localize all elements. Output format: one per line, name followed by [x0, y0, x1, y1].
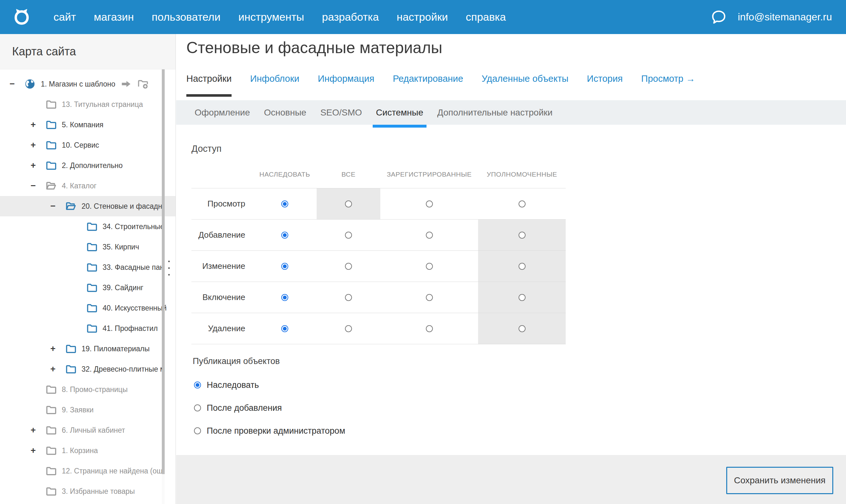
account-email[interactable]: info@sitemanager.ru [738, 11, 832, 23]
radio-selected[interactable] [281, 294, 288, 301]
collapse-icon[interactable]: − [31, 181, 45, 190]
tree-item[interactable]: 39. Сайдинг [0, 277, 175, 298]
tree-item[interactable]: − 4. Каталог [0, 176, 175, 196]
radio-cell-shaded [478, 251, 566, 282]
footer-bar: Сохранить изменения [176, 455, 846, 504]
expand-icon[interactable]: + [50, 365, 65, 374]
subtab-appearance[interactable]: Оформление [195, 100, 250, 125]
add-folder-icon[interactable] [137, 78, 149, 90]
radio-selected[interactable] [281, 232, 288, 239]
expand-icon[interactable]: + [31, 446, 45, 455]
radio-selected[interactable] [281, 263, 288, 270]
tree-item[interactable]: 33. Фасадные пан [0, 257, 175, 277]
radio[interactable] [345, 232, 352, 239]
expand-icon[interactable]: + [31, 426, 45, 435]
tree-item[interactable]: 13. Титульная страница [0, 94, 175, 114]
radio-selected[interactable] [281, 325, 288, 332]
tree-item[interactable]: 40. Искусственный [0, 298, 175, 318]
top-navigation-bar: сайт магазин пользователи инструменты ра… [0, 0, 846, 34]
tree-item[interactable]: 9. Заявки [0, 400, 175, 420]
folder-icon [86, 323, 98, 334]
tree-item-label: 8. Промо-страницы [62, 385, 128, 394]
menu-item-site[interactable]: сайт [53, 11, 76, 23]
radio-cell [253, 219, 317, 250]
tab-editing[interactable]: Редактирование [393, 72, 463, 86]
tree-item[interactable]: 34. Строительные [0, 216, 175, 237]
radio[interactable] [194, 427, 201, 434]
tree-item[interactable]: 35. Кирпич [0, 237, 175, 257]
save-changes-button[interactable]: Сохранить изменения [726, 467, 833, 494]
collapse-icon[interactable]: − [50, 202, 65, 211]
table-row-enable: Включение [191, 282, 566, 313]
radio[interactable] [345, 325, 352, 332]
tree-item[interactable]: 3. Избранные товары [0, 481, 175, 502]
tree-item[interactable]: 41. Профнастил [0, 318, 175, 339]
subtab-system[interactable]: Системные [376, 100, 423, 125]
expand-icon[interactable]: + [50, 344, 65, 353]
menu-item-tools[interactable]: инструменты [238, 11, 304, 23]
radio[interactable] [519, 325, 525, 332]
tree-item[interactable]: + 19. Пиломатериалы [0, 339, 175, 359]
radio[interactable] [519, 232, 525, 239]
radio[interactable] [519, 263, 525, 270]
option-after-admin-check[interactable]: После проверки администратором [194, 419, 345, 442]
radio-cell [253, 313, 317, 344]
radio[interactable] [426, 200, 433, 208]
tree-item-root[interactable]: − 1. Магазин с шаблоно [0, 74, 175, 94]
radio[interactable] [426, 325, 433, 332]
tab-deleted-objects[interactable]: Удаленные объекты [482, 72, 568, 86]
radio[interactable] [519, 200, 525, 208]
go-to-arrow-icon[interactable] [120, 78, 132, 90]
collapse-icon[interactable]: − [10, 79, 24, 88]
radio[interactable] [426, 263, 433, 270]
tree-item[interactable]: 8. Промо-страницы [0, 379, 175, 400]
radio[interactable] [345, 200, 352, 208]
menu-item-help[interactable]: справка [466, 11, 506, 23]
radio[interactable] [345, 294, 352, 301]
radio[interactable] [194, 404, 201, 411]
subtab-additional[interactable]: Дополнительные настройки [437, 100, 553, 125]
subtab-seo-smo[interactable]: SEO/SMO [321, 100, 362, 125]
option-inherit[interactable]: Наследовать [194, 374, 345, 396]
tree-item[interactable]: + 5. Компания [0, 114, 175, 135]
expand-icon[interactable]: + [31, 161, 45, 170]
tree-item[interactable]: 12. Страница не найдена (ош [0, 461, 175, 481]
tree-item[interactable]: + 32. Древесно-плитные м [0, 359, 175, 379]
menu-item-development[interactable]: разработка [322, 11, 379, 23]
tree-item[interactable]: + 6. Личный кабинет [0, 420, 175, 440]
radio[interactable] [426, 294, 433, 301]
menu-item-shop[interactable]: магазин [94, 11, 134, 23]
radio[interactable] [426, 232, 433, 239]
tab-information[interactable]: Информация [318, 72, 375, 86]
access-table-header: НАСЛЕДОВАТЬ ВСЕ ЗАРЕГИСТРИРОВАННЫЕ УПОЛН… [191, 161, 566, 188]
subtab-basic[interactable]: Основные [264, 100, 307, 125]
publication-section-title: Публикация объектов [193, 356, 280, 366]
tree-item[interactable]: + 1. Корзина [0, 440, 175, 461]
chat-bubble-icon[interactable] [710, 9, 727, 25]
tree-item-current[interactable]: − 20. Стеновые и фасадн [0, 196, 175, 216]
option-after-adding[interactable]: После добавления [194, 396, 345, 419]
tree-item[interactable]: + 2. Дополнительно [0, 155, 175, 176]
sidebar-scrollbar[interactable] [162, 69, 165, 504]
tab-infoblocks[interactable]: Инфоблоки [250, 72, 299, 86]
expand-icon[interactable]: + [31, 141, 45, 149]
radio-selected[interactable] [281, 200, 288, 208]
tab-preview[interactable]: Просмотр → [641, 72, 695, 86]
radio-cell [253, 282, 317, 313]
radio-selected[interactable] [194, 381, 201, 389]
menu-item-users[interactable]: пользователи [152, 11, 220, 23]
radio[interactable] [519, 294, 525, 301]
radio-cell [380, 219, 478, 250]
folder-icon [45, 139, 57, 151]
radio[interactable] [345, 263, 352, 270]
tab-history[interactable]: История [587, 72, 623, 86]
sidebar-resize-handle[interactable] [168, 260, 171, 275]
tree-item-label: 13. Титульная страница [62, 100, 143, 109]
sidebar-scrollbar-thumb[interactable] [162, 69, 165, 474]
tree-item[interactable]: + 10. Сервис [0, 135, 175, 155]
menu-item-settings[interactable]: настройки [397, 11, 448, 23]
tab-settings[interactable]: Настройки [186, 72, 231, 86]
column-inherit: НАСЛЕДОВАТЬ [253, 170, 317, 178]
sitemanager-logo-icon[interactable] [12, 7, 31, 28]
expand-icon[interactable]: + [31, 120, 45, 129]
